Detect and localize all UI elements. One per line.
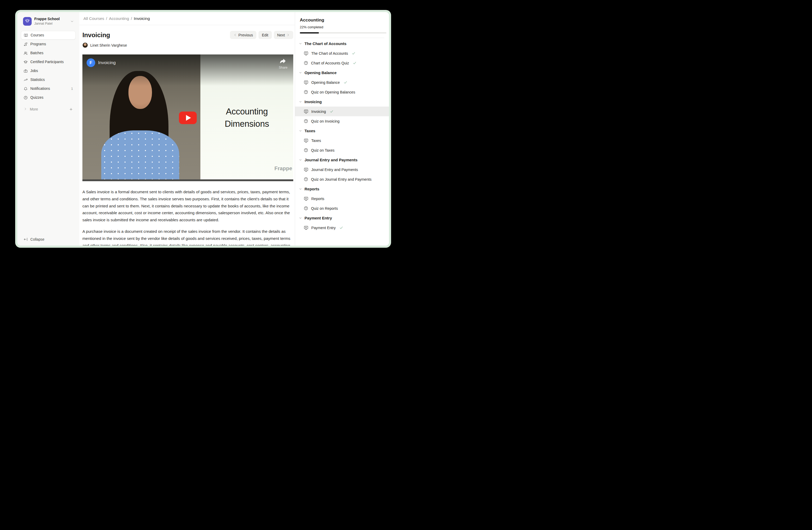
outline-item-label: Opening Balance bbox=[311, 80, 340, 85]
outline-item-quiz-on-reports[interactable]: Quiz on Reports bbox=[295, 204, 389, 213]
video-title[interactable]: Invoicing bbox=[98, 60, 116, 66]
outline-item-journal-entry-and-payments[interactable]: Journal Entry and Payments bbox=[295, 165, 389, 175]
outline-item-opening-balance[interactable]: Opening Balance bbox=[295, 78, 389, 87]
outline-item-label: Payment Entry bbox=[311, 226, 336, 230]
outline-list: The Chart of AccountsThe Chart of Accoun… bbox=[295, 38, 389, 246]
outline-section-taxes[interactable]: Taxes bbox=[295, 126, 389, 136]
slide-text-line: Dimensions bbox=[225, 118, 269, 130]
outline-item-invoicing[interactable]: Invoicing bbox=[295, 107, 389, 116]
app-window: Frappe School Jannat Patel CoursesProgra… bbox=[15, 10, 391, 248]
progress-text: 22% completed bbox=[300, 25, 384, 29]
sidebar-item-more[interactable]: More bbox=[21, 105, 76, 114]
left-sidebar: Frappe School Jannat Patel CoursesProgra… bbox=[17, 12, 79, 246]
outline-section-title: Reports bbox=[305, 187, 319, 191]
next-button[interactable]: Next bbox=[274, 31, 293, 39]
chevron-down-icon[interactable] bbox=[70, 19, 74, 23]
sidebar-item-label: Notifications bbox=[30, 87, 50, 90]
outline-item-quiz-on-journal-entry-and-payments[interactable]: Quiz on Journal Entry and Payments bbox=[295, 175, 389, 184]
main-column: All Courses/Accounting/Invoicing Invoici… bbox=[79, 12, 295, 246]
course-title: Accounting bbox=[300, 17, 384, 23]
sidebar-item-label: Certified Participants bbox=[30, 60, 63, 64]
briefcase-icon bbox=[24, 69, 28, 73]
lesson-body-text: A Sales invoice is a formal document sen… bbox=[83, 189, 293, 246]
share-arrow-icon bbox=[280, 58, 287, 66]
outline-section-the-chart-of-accounts[interactable]: The Chart of Accounts bbox=[295, 39, 389, 48]
sidebar-item-notifications[interactable]: Notifications1 bbox=[21, 84, 76, 93]
outline-item-reports[interactable]: Reports bbox=[295, 194, 389, 204]
sidebar-item-statistics[interactable]: Statistics bbox=[21, 75, 76, 84]
play-button[interactable] bbox=[179, 112, 197, 124]
chevron-right-icon bbox=[287, 33, 290, 37]
outline-section-title: The Chart of Accounts bbox=[305, 41, 346, 46]
outline-item-payment-entry[interactable]: Payment Entry bbox=[295, 223, 389, 233]
share-button[interactable]: Share bbox=[279, 58, 288, 69]
video-progress-bar[interactable] bbox=[83, 179, 293, 181]
sidebar-item-jobs[interactable]: Jobs bbox=[21, 67, 76, 75]
outline-section-reports[interactable]: Reports bbox=[295, 184, 389, 194]
completed-check-icon bbox=[353, 61, 357, 65]
outline-item-label: The Chart of Accounts bbox=[311, 51, 348, 56]
outline-section-title: Journal Entry and Payments bbox=[305, 158, 358, 162]
breadcrumb-separator: / bbox=[106, 16, 107, 21]
lesson-video-icon bbox=[304, 138, 308, 143]
outline-item-quiz-on-invoicing[interactable]: Quiz on Invoicing bbox=[295, 116, 389, 126]
outline-item-quiz-on-taxes[interactable]: Quiz on Taxes bbox=[295, 145, 389, 155]
chevron-down-icon bbox=[299, 71, 302, 74]
chevron-down-icon bbox=[299, 100, 302, 103]
app-meta: Frappe School Jannat Patel bbox=[34, 17, 68, 26]
channel-avatar[interactable]: F bbox=[87, 58, 95, 67]
completed-check-icon bbox=[344, 80, 347, 84]
outline-item-taxes[interactable]: Taxes bbox=[295, 136, 389, 145]
app-switcher[interactable]: Frappe School Jannat Patel bbox=[21, 16, 76, 27]
lesson-header: Invoicing Previous Edit Next bbox=[83, 31, 293, 39]
sidebar-item-batches[interactable]: Batches bbox=[21, 49, 76, 57]
edit-button[interactable]: Edit bbox=[259, 31, 272, 39]
outline-section-title: Opening Balance bbox=[305, 70, 337, 75]
bell-icon bbox=[24, 87, 28, 91]
previous-label: Previous bbox=[238, 33, 253, 37]
sidebar-item-certified-participants[interactable]: Certified Participants bbox=[21, 58, 76, 66]
sidebar-item-quizzes[interactable]: Quizzes bbox=[21, 93, 76, 102]
outline-item-label: Journal Entry and Payments bbox=[311, 168, 358, 172]
collapse-sidebar-button[interactable]: Collapse bbox=[21, 237, 76, 241]
outline-section-payment-entry[interactable]: Payment Entry bbox=[295, 213, 389, 223]
chevron-left-icon bbox=[233, 33, 237, 37]
outline-item-label: Quiz on Opening Balances bbox=[311, 90, 355, 94]
outline-section-journal-entry-and-payments[interactable]: Journal Entry and Payments bbox=[295, 155, 389, 165]
app-card: Frappe School Jannat Patel CoursesProgra… bbox=[17, 12, 389, 246]
previous-button[interactable]: Previous bbox=[230, 31, 256, 39]
lesson-actions: Previous Edit Next bbox=[230, 31, 293, 39]
sidebar-item-label: Jobs bbox=[30, 69, 38, 73]
breadcrumb-link-accounting[interactable]: Accounting bbox=[109, 16, 129, 21]
outline-section-opening-balance[interactable]: Opening Balance bbox=[295, 68, 389, 78]
quiz-icon bbox=[304, 61, 308, 65]
plus-icon[interactable] bbox=[69, 107, 73, 111]
breadcrumb-link-all-courses[interactable]: All Courses bbox=[84, 16, 104, 21]
chevron-down-icon bbox=[299, 158, 302, 162]
lesson-video-player[interactable]: AccountingDimensions F Invoicing Share F bbox=[83, 54, 293, 181]
next-label: Next bbox=[277, 33, 285, 37]
notification-count-badge: 1 bbox=[71, 87, 73, 90]
sidebar-item-courses[interactable]: Courses bbox=[21, 31, 76, 40]
lesson-video-icon bbox=[304, 167, 308, 172]
course-outline-panel: Accounting 22% completed The Chart of Ac… bbox=[295, 12, 389, 246]
sidebar-item-label: Statistics bbox=[30, 78, 45, 82]
app-title: Frappe School bbox=[34, 17, 68, 22]
outline-section-invoicing[interactable]: Invoicing bbox=[295, 97, 389, 107]
sidebar-item-programs[interactable]: Programs bbox=[21, 40, 76, 48]
author-name: Linet Sherin Varghese bbox=[90, 43, 127, 47]
outline-item-chart-of-accounts-quiz[interactable]: Chart of Accounts Quiz bbox=[295, 58, 389, 68]
outline-item-label: Reports bbox=[311, 197, 324, 201]
outline-section-title: Payment Entry bbox=[305, 216, 332, 220]
completed-check-icon bbox=[339, 226, 343, 229]
frappe-watermark: Frappe bbox=[274, 166, 292, 171]
sidebar-item-label: Courses bbox=[31, 33, 44, 37]
lesson-video-icon bbox=[304, 109, 308, 114]
sidebar-spacer bbox=[21, 114, 76, 237]
progress-track bbox=[300, 32, 386, 33]
outline-item-the-chart-of-accounts[interactable]: The Chart of Accounts bbox=[295, 48, 389, 58]
breadcrumb-separator: / bbox=[131, 16, 132, 21]
outline-item-quiz-on-opening-balances[interactable]: Quiz on Opening Balances bbox=[295, 87, 389, 97]
outline-section-title: Taxes bbox=[305, 128, 315, 133]
quiz-icon bbox=[304, 177, 308, 181]
